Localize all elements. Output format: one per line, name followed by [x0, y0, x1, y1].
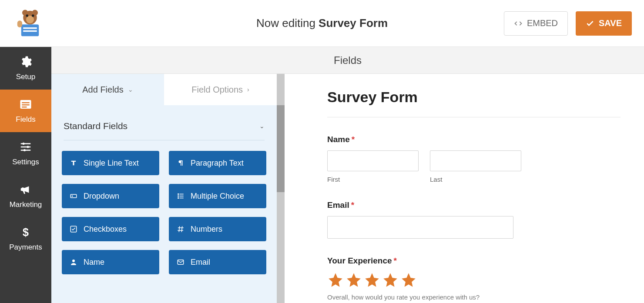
- svg-point-19: [72, 196, 73, 197]
- star-icon[interactable]: [345, 272, 362, 288]
- svg-rect-8: [23, 30, 37, 31]
- svg-rect-7: [23, 27, 37, 29]
- code-icon: [514, 19, 523, 28]
- svg-rect-23: [180, 194, 184, 195]
- embed-button[interactable]: EMBED: [504, 11, 568, 36]
- svg-rect-20: [178, 193, 179, 195]
- svg-rect-18: [70, 194, 77, 198]
- chevron-right-icon: ›: [247, 86, 249, 93]
- panel-title: Fields: [51, 47, 644, 74]
- svg-rect-22: [178, 197, 179, 199]
- field-multiple-choice[interactable]: Multiple Choice: [169, 184, 266, 208]
- form-name: Survey Form: [319, 17, 388, 30]
- svg-rect-24: [180, 196, 184, 196]
- star-icon[interactable]: [327, 272, 344, 288]
- svg-point-27: [72, 260, 75, 262]
- sidebar-item-marketing[interactable]: Marketing: [0, 175, 51, 217]
- field-numbers[interactable]: Numbers: [169, 217, 266, 241]
- editing-title: Now editing Survey Form: [256, 17, 388, 30]
- preview-title: Survey Form: [327, 89, 621, 106]
- dropdown-icon: [70, 192, 77, 200]
- sidebar-item-label: Setup: [16, 73, 35, 81]
- svg-text:$: $: [23, 226, 29, 238]
- svg-rect-11: [22, 102, 30, 103]
- required-mark: *: [351, 200, 354, 210]
- field-name[interactable]: Name: [62, 250, 159, 274]
- checkbox-icon: [70, 225, 77, 233]
- text-icon: [70, 159, 77, 167]
- top-bar: Now editing Survey Form EMBED SAVE: [0, 0, 644, 47]
- star-icon[interactable]: [364, 272, 380, 288]
- email-label: Email*: [327, 200, 621, 210]
- sidebar-item-setup[interactable]: Setup: [0, 47, 51, 90]
- sidebar-item-label: Marketing: [10, 200, 42, 209]
- brand-logo: [12, 6, 48, 41]
- envelope-icon: [177, 258, 184, 266]
- list-icon: [177, 192, 184, 200]
- chevron-down-icon: ⌄: [128, 86, 133, 93]
- dollar-icon: $: [19, 226, 32, 239]
- last-name-input[interactable]: [430, 150, 521, 171]
- sidebar-item-payments[interactable]: $ Payments: [0, 217, 51, 260]
- required-mark: *: [394, 256, 397, 265]
- field-paragraph-text[interactable]: Paragraph Text: [169, 151, 266, 175]
- svg-rect-9: [17, 20, 22, 27]
- svg-rect-25: [180, 198, 184, 199]
- first-name-input[interactable]: [327, 150, 419, 171]
- star-icon[interactable]: [400, 272, 417, 288]
- save-button[interactable]: SAVE: [576, 11, 632, 36]
- paragraph-icon: [177, 159, 184, 167]
- user-icon: [70, 258, 77, 266]
- field-dropdown[interactable]: Dropdown: [62, 184, 159, 208]
- embed-label: EMBED: [527, 18, 558, 28]
- svg-rect-13: [22, 107, 27, 108]
- add-fields-panel: Add Fields ⌄ Field Options › Standard Fi…: [51, 74, 285, 303]
- star-icon[interactable]: [382, 272, 399, 288]
- field-single-line-text[interactable]: Single Line Text: [62, 151, 159, 175]
- svg-rect-21: [178, 196, 179, 197]
- sidebar-item-settings[interactable]: Settings: [0, 132, 51, 175]
- svg-point-15: [27, 146, 29, 148]
- last-sublabel: Last: [430, 176, 521, 183]
- sidebar-item-label: Payments: [9, 243, 42, 252]
- first-sublabel: First: [327, 176, 419, 183]
- required-mark: *: [352, 135, 355, 144]
- hash-icon: [177, 225, 184, 233]
- svg-point-5: [32, 14, 34, 17]
- gear-icon: [19, 55, 32, 68]
- tab-field-options[interactable]: Field Options ›: [164, 74, 277, 105]
- name-label: Name*: [327, 135, 621, 144]
- chevron-down-icon: ⌄: [259, 123, 265, 130]
- bullhorn-icon: [19, 183, 32, 196]
- svg-point-14: [23, 143, 25, 145]
- svg-point-4: [26, 14, 28, 17]
- form-preview: Survey Form Name* First Last Email* Your…: [292, 74, 644, 303]
- field-email[interactable]: Email: [169, 250, 266, 274]
- tab-add-fields[interactable]: Add Fields ⌄: [51, 74, 164, 105]
- section-standard-fields[interactable]: Standard Fields ⌄: [64, 121, 265, 140]
- form-icon: [19, 98, 32, 111]
- star-rating[interactable]: [327, 272, 621, 288]
- sidebar-item-label: Settings: [12, 158, 39, 166]
- email-input[interactable]: [327, 216, 513, 239]
- sidebar-item-label: Fields: [16, 115, 35, 124]
- svg-rect-12: [22, 104, 30, 106]
- experience-label: Your Experience*: [327, 256, 621, 266]
- scrollbar-thumb[interactable]: [277, 105, 285, 192]
- svg-point-16: [23, 149, 26, 151]
- experience-description: Overall, how would you rate you experien…: [327, 293, 621, 301]
- editing-prefix: Now editing: [256, 17, 319, 30]
- sidebar: Setup Fields Settings Marketing $ Paymen…: [0, 47, 51, 303]
- save-label: SAVE: [599, 18, 622, 28]
- sliders-icon: [19, 140, 32, 153]
- field-grid: Single Line Text Paragraph Text Dropdown…: [62, 151, 266, 274]
- sidebar-item-fields[interactable]: Fields: [0, 90, 51, 132]
- field-checkboxes[interactable]: Checkboxes: [62, 217, 159, 241]
- divider: [327, 117, 621, 117]
- check-icon: [586, 19, 594, 28]
